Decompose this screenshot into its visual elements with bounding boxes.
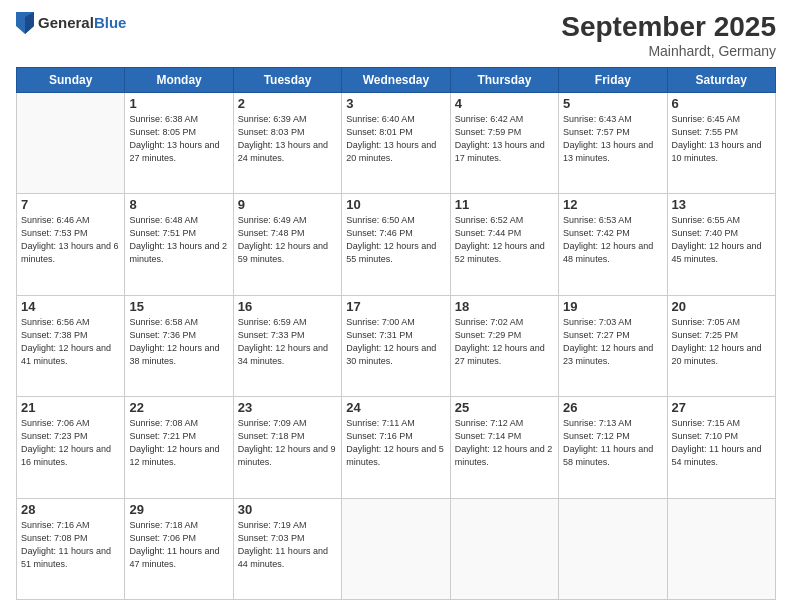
day-info: Sunrise: 7:18 AMSunset: 7:06 PMDaylight:… — [129, 519, 228, 571]
weekday-header-tuesday: Tuesday — [233, 67, 341, 92]
header: GeneralBlue September 2025 Mainhardt, Ge… — [16, 12, 776, 59]
day-cell: 8Sunrise: 6:48 AMSunset: 7:51 PMDaylight… — [125, 194, 233, 295]
weekday-header-monday: Monday — [125, 67, 233, 92]
week-row-3: 14Sunrise: 6:56 AMSunset: 7:38 PMDayligh… — [17, 295, 776, 396]
day-number: 4 — [455, 96, 554, 111]
weekday-header-row: SundayMondayTuesdayWednesdayThursdayFrid… — [17, 67, 776, 92]
day-cell: 5Sunrise: 6:43 AMSunset: 7:57 PMDaylight… — [559, 92, 667, 193]
day-number: 27 — [672, 400, 771, 415]
day-number: 23 — [238, 400, 337, 415]
day-number: 17 — [346, 299, 445, 314]
day-info: Sunrise: 6:49 AMSunset: 7:48 PMDaylight:… — [238, 214, 337, 266]
day-info: Sunrise: 7:13 AMSunset: 7:12 PMDaylight:… — [563, 417, 662, 469]
day-cell — [17, 92, 125, 193]
day-cell: 1Sunrise: 6:38 AMSunset: 8:05 PMDaylight… — [125, 92, 233, 193]
day-number: 1 — [129, 96, 228, 111]
day-info: Sunrise: 6:46 AMSunset: 7:53 PMDaylight:… — [21, 214, 120, 266]
day-cell — [342, 498, 450, 599]
day-cell: 24Sunrise: 7:11 AMSunset: 7:16 PMDayligh… — [342, 397, 450, 498]
day-info: Sunrise: 6:40 AMSunset: 8:01 PMDaylight:… — [346, 113, 445, 165]
day-cell: 7Sunrise: 6:46 AMSunset: 7:53 PMDaylight… — [17, 194, 125, 295]
logo-general: GeneralBlue — [38, 14, 126, 32]
weekday-header-sunday: Sunday — [17, 67, 125, 92]
day-number: 16 — [238, 299, 337, 314]
day-info: Sunrise: 7:02 AMSunset: 7:29 PMDaylight:… — [455, 316, 554, 368]
day-cell: 27Sunrise: 7:15 AMSunset: 7:10 PMDayligh… — [667, 397, 775, 498]
day-info: Sunrise: 7:11 AMSunset: 7:16 PMDaylight:… — [346, 417, 445, 469]
day-info: Sunrise: 6:59 AMSunset: 7:33 PMDaylight:… — [238, 316, 337, 368]
day-number: 12 — [563, 197, 662, 212]
day-cell: 19Sunrise: 7:03 AMSunset: 7:27 PMDayligh… — [559, 295, 667, 396]
logo: GeneralBlue — [16, 12, 126, 34]
day-number: 28 — [21, 502, 120, 517]
day-cell — [667, 498, 775, 599]
day-info: Sunrise: 6:52 AMSunset: 7:44 PMDaylight:… — [455, 214, 554, 266]
week-row-4: 21Sunrise: 7:06 AMSunset: 7:23 PMDayligh… — [17, 397, 776, 498]
day-cell: 2Sunrise: 6:39 AMSunset: 8:03 PMDaylight… — [233, 92, 341, 193]
title-location: Mainhardt, Germany — [561, 43, 776, 59]
day-info: Sunrise: 7:06 AMSunset: 7:23 PMDaylight:… — [21, 417, 120, 469]
day-cell: 12Sunrise: 6:53 AMSunset: 7:42 PMDayligh… — [559, 194, 667, 295]
day-cell: 3Sunrise: 6:40 AMSunset: 8:01 PMDaylight… — [342, 92, 450, 193]
day-cell: 22Sunrise: 7:08 AMSunset: 7:21 PMDayligh… — [125, 397, 233, 498]
day-cell: 23Sunrise: 7:09 AMSunset: 7:18 PMDayligh… — [233, 397, 341, 498]
day-info: Sunrise: 6:43 AMSunset: 7:57 PMDaylight:… — [563, 113, 662, 165]
logo-icon — [16, 12, 34, 34]
day-info: Sunrise: 7:09 AMSunset: 7:18 PMDaylight:… — [238, 417, 337, 469]
day-number: 29 — [129, 502, 228, 517]
day-info: Sunrise: 7:19 AMSunset: 7:03 PMDaylight:… — [238, 519, 337, 571]
week-row-2: 7Sunrise: 6:46 AMSunset: 7:53 PMDaylight… — [17, 194, 776, 295]
day-number: 30 — [238, 502, 337, 517]
day-cell: 28Sunrise: 7:16 AMSunset: 7:08 PMDayligh… — [17, 498, 125, 599]
day-cell: 14Sunrise: 6:56 AMSunset: 7:38 PMDayligh… — [17, 295, 125, 396]
day-cell: 25Sunrise: 7:12 AMSunset: 7:14 PMDayligh… — [450, 397, 558, 498]
title-month: September 2025 — [561, 12, 776, 43]
day-cell: 20Sunrise: 7:05 AMSunset: 7:25 PMDayligh… — [667, 295, 775, 396]
day-number: 5 — [563, 96, 662, 111]
day-cell: 4Sunrise: 6:42 AMSunset: 7:59 PMDaylight… — [450, 92, 558, 193]
day-cell: 18Sunrise: 7:02 AMSunset: 7:29 PMDayligh… — [450, 295, 558, 396]
day-cell: 9Sunrise: 6:49 AMSunset: 7:48 PMDaylight… — [233, 194, 341, 295]
weekday-header-wednesday: Wednesday — [342, 67, 450, 92]
day-number: 11 — [455, 197, 554, 212]
day-info: Sunrise: 7:08 AMSunset: 7:21 PMDaylight:… — [129, 417, 228, 469]
day-info: Sunrise: 6:48 AMSunset: 7:51 PMDaylight:… — [129, 214, 228, 266]
day-cell: 17Sunrise: 7:00 AMSunset: 7:31 PMDayligh… — [342, 295, 450, 396]
day-info: Sunrise: 7:00 AMSunset: 7:31 PMDaylight:… — [346, 316, 445, 368]
day-info: Sunrise: 6:53 AMSunset: 7:42 PMDaylight:… — [563, 214, 662, 266]
day-number: 7 — [21, 197, 120, 212]
weekday-header-friday: Friday — [559, 67, 667, 92]
page: GeneralBlue September 2025 Mainhardt, Ge… — [0, 0, 792, 612]
title-block: September 2025 Mainhardt, Germany — [561, 12, 776, 59]
day-number: 9 — [238, 197, 337, 212]
day-number: 8 — [129, 197, 228, 212]
day-cell: 21Sunrise: 7:06 AMSunset: 7:23 PMDayligh… — [17, 397, 125, 498]
day-cell: 26Sunrise: 7:13 AMSunset: 7:12 PMDayligh… — [559, 397, 667, 498]
day-number: 19 — [563, 299, 662, 314]
day-cell: 16Sunrise: 6:59 AMSunset: 7:33 PMDayligh… — [233, 295, 341, 396]
day-cell: 29Sunrise: 7:18 AMSunset: 7:06 PMDayligh… — [125, 498, 233, 599]
day-info: Sunrise: 7:12 AMSunset: 7:14 PMDaylight:… — [455, 417, 554, 469]
day-number: 13 — [672, 197, 771, 212]
day-info: Sunrise: 7:03 AMSunset: 7:27 PMDaylight:… — [563, 316, 662, 368]
day-number: 14 — [21, 299, 120, 314]
day-number: 18 — [455, 299, 554, 314]
day-info: Sunrise: 6:42 AMSunset: 7:59 PMDaylight:… — [455, 113, 554, 165]
day-info: Sunrise: 6:39 AMSunset: 8:03 PMDaylight:… — [238, 113, 337, 165]
day-info: Sunrise: 6:55 AMSunset: 7:40 PMDaylight:… — [672, 214, 771, 266]
day-info: Sunrise: 7:16 AMSunset: 7:08 PMDaylight:… — [21, 519, 120, 571]
day-info: Sunrise: 6:56 AMSunset: 7:38 PMDaylight:… — [21, 316, 120, 368]
day-cell: 6Sunrise: 6:45 AMSunset: 7:55 PMDaylight… — [667, 92, 775, 193]
day-number: 10 — [346, 197, 445, 212]
day-number: 6 — [672, 96, 771, 111]
day-cell: 30Sunrise: 7:19 AMSunset: 7:03 PMDayligh… — [233, 498, 341, 599]
day-number: 2 — [238, 96, 337, 111]
day-cell: 15Sunrise: 6:58 AMSunset: 7:36 PMDayligh… — [125, 295, 233, 396]
weekday-header-saturday: Saturday — [667, 67, 775, 92]
week-row-5: 28Sunrise: 7:16 AMSunset: 7:08 PMDayligh… — [17, 498, 776, 599]
day-number: 22 — [129, 400, 228, 415]
calendar-table: SundayMondayTuesdayWednesdayThursdayFrid… — [16, 67, 776, 600]
day-info: Sunrise: 7:15 AMSunset: 7:10 PMDaylight:… — [672, 417, 771, 469]
day-number: 24 — [346, 400, 445, 415]
day-info: Sunrise: 6:58 AMSunset: 7:36 PMDaylight:… — [129, 316, 228, 368]
